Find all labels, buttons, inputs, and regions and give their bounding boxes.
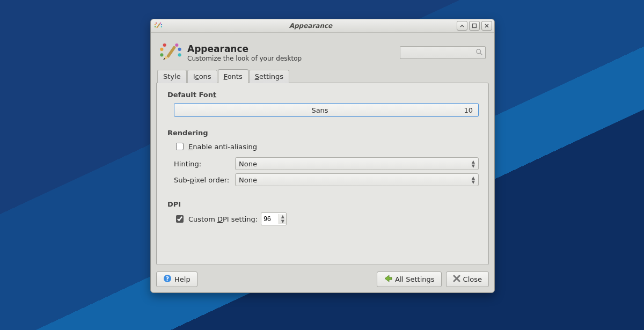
tab-fonts[interactable]: Fonts [218,69,248,83]
font-name-label: Sans [180,106,460,114]
close-dialog-button[interactable]: Close [446,272,489,287]
search-icon [475,48,483,58]
svg-point-13 [160,48,163,51]
svg-rect-8 [473,24,477,28]
default-font-button[interactable]: Sans 10 [174,103,479,117]
svg-point-7 [161,26,162,27]
app-icon [154,21,163,30]
hinting-label: Hinting: [174,160,232,168]
svg-rect-0 [157,23,160,28]
svg-point-6 [161,24,162,25]
titlebar[interactable]: Appearance [151,19,494,33]
combo-stepper-icon: ▲▼ [472,160,475,168]
svg-point-14 [160,53,163,56]
hinting-value: None [239,160,257,168]
svg-rect-9 [166,46,176,58]
desktop-background: Appearance [0,0,644,330]
header: Appearance Customize the look of your de… [156,37,489,69]
custom-dpi-checkbox[interactable] [176,215,184,223]
dpi-value-input[interactable] [261,215,279,223]
font-size-label: 10 [460,106,473,114]
svg-point-12 [163,43,166,47]
help-icon: ? [163,274,172,284]
default-font-heading: Default Font [167,91,479,99]
dpi-heading: DPI [167,200,479,208]
dpi-spinbox[interactable]: ▲ ▼ [261,212,287,225]
antialias-label: Enable anti-aliasing [188,143,257,151]
subpixel-combo[interactable]: None ▲▼ [235,173,479,186]
svg-text:?: ? [166,275,169,282]
rendering-heading: Rendering [167,129,479,137]
custom-dpi-label: Custom DPI setting: [188,215,258,223]
svg-point-4 [155,26,156,27]
search-input[interactable] [400,46,486,59]
tab-icons[interactable]: Icons [187,70,217,83]
minimize-button[interactable] [457,21,467,31]
action-bar: ? Help All Settings Close [151,268,494,292]
svg-point-2 [156,23,157,24]
subpixel-value: None [239,176,257,184]
tab-settings[interactable]: Settings [249,70,289,83]
hinting-combo[interactable]: None ▲▼ [235,157,479,170]
svg-point-15 [175,43,178,47]
svg-point-17 [178,53,181,56]
combo-stepper-icon: ▲▼ [472,176,475,184]
svg-point-3 [155,24,156,25]
svg-point-5 [160,23,161,24]
close-button[interactable] [481,21,492,31]
svg-point-16 [178,48,181,51]
all-settings-button[interactable]: All Settings [377,272,442,287]
help-button[interactable]: ? Help [156,272,197,287]
maximize-button[interactable] [469,21,480,31]
dpi-step-down[interactable]: ▼ [279,219,286,224]
close-icon [453,275,460,284]
back-arrow-icon [384,274,392,284]
page-subtitle: Customize the look of your desktop [187,55,400,62]
tab-style[interactable]: Style [157,70,187,83]
window-content: Appearance Customize the look of your de… [151,33,494,268]
svg-marker-22 [385,275,392,282]
svg-point-18 [477,49,481,53]
tab-bar: Style Icons Fonts Settings [156,69,489,83]
window-title: Appearance [165,22,457,30]
appearance-window: Appearance [150,19,495,293]
antialias-checkbox[interactable] [176,143,184,150]
page-title: Appearance [187,43,400,54]
subpixel-label: Sub-pixel order: [174,176,232,184]
appearance-icon [159,41,182,64]
svg-line-19 [480,53,482,55]
dpi-step-up[interactable]: ▲ [279,214,286,219]
fonts-panel: Default Font Sans 10 Rendering Enable an… [156,83,489,265]
